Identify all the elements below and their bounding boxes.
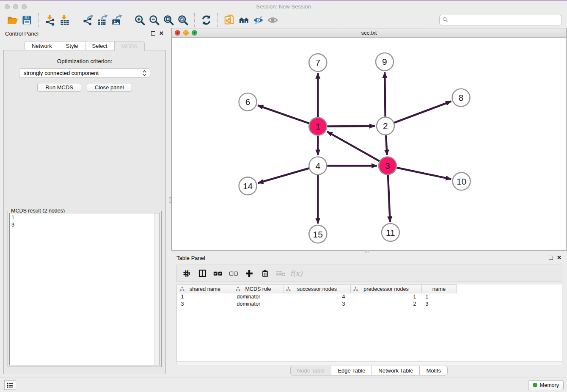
table-cell[interactable]: 1: [422, 293, 457, 301]
tab-edge-table[interactable]: Edge Table: [331, 366, 372, 375]
table-cell[interactable]: 3: [422, 301, 457, 308]
table-cell[interactable]: dominator: [233, 301, 284, 308]
tab-network-table[interactable]: Network Table: [372, 366, 420, 375]
table-row[interactable]: 3dominator323: [177, 301, 457, 308]
graph-node-label: 2: [383, 121, 388, 131]
network-canvas[interactable]: 7968124314101511: [172, 38, 566, 250]
zoom-selected-button[interactable]: [176, 13, 190, 27]
eye-icon: [267, 14, 278, 26]
show-column-button[interactable]: [196, 268, 208, 279]
table-cell[interactable]: 1: [351, 293, 422, 301]
import-table-button[interactable]: [57, 13, 72, 27]
zoom-out-button[interactable]: [147, 13, 161, 27]
graph-node[interactable]: 2: [377, 117, 394, 135]
show-details-button[interactable]: [265, 13, 280, 27]
float-panel-icon[interactable]: [151, 31, 155, 36]
table-cell[interactable]: 4: [284, 293, 351, 301]
column-header-mcds-role[interactable]: MCDS role: [233, 285, 284, 293]
mcds-result-text[interactable]: 1 3: [9, 213, 160, 365]
deselect-all-button[interactable]: [228, 268, 239, 279]
close-table-panel-icon[interactable]: ✕: [557, 256, 561, 260]
column-header-successor-nodes[interactable]: successor nodes: [284, 285, 351, 293]
zoom-fit-icon: [163, 14, 174, 26]
graph-node[interactable]: 10: [453, 172, 471, 190]
graph-node[interactable]: 14: [239, 177, 257, 195]
delete-column-button[interactable]: [259, 268, 271, 279]
graph-edge[interactable]: [394, 101, 451, 122]
zoom-in-button[interactable]: [132, 13, 147, 27]
select-all-button[interactable]: [212, 268, 224, 279]
table-cell[interactable]: 2: [351, 301, 422, 308]
network-window-titlebar[interactable]: x – + scc.txt: [172, 28, 566, 38]
table-row[interactable]: 1dominator411: [177, 293, 457, 301]
result-scrollbar[interactable]: [154, 213, 160, 365]
graph-edge[interactable]: [258, 168, 309, 183]
graph-node[interactable]: 11: [382, 224, 399, 241]
run-mcds-button[interactable]: Run MCDS: [37, 83, 81, 92]
graph-edge[interactable]: [327, 126, 375, 127]
optimization-criterion-label: Optimization criterion:: [4, 58, 165, 64]
clone-network-button[interactable]: [222, 13, 237, 27]
graph-node[interactable]: 7: [309, 54, 327, 72]
table-cell[interactable]: 1: [177, 293, 233, 301]
graph-node[interactable]: 15: [309, 225, 327, 243]
table-horizontal-scrollbar[interactable]: [176, 362, 562, 365]
graph-edge[interactable]: [258, 105, 309, 123]
columns-icon: [198, 269, 207, 278]
export-table-button[interactable]: [95, 13, 109, 27]
table-cell[interactable]: 3: [177, 301, 233, 308]
create-column-button[interactable]: [243, 268, 255, 279]
hide-details-button[interactable]: [251, 13, 265, 27]
table-cell[interactable]: 3: [284, 301, 351, 308]
column-header-name[interactable]: name: [422, 285, 457, 293]
task-history-button[interactable]: [4, 380, 16, 390]
save-session-button[interactable]: [19, 13, 34, 27]
graph-node[interactable]: 6: [239, 93, 257, 111]
open-session-button[interactable]: [5, 13, 19, 27]
float-table-panel-icon[interactable]: [549, 256, 553, 260]
tab-motifs[interactable]: Motifs: [419, 366, 448, 375]
graph-edge[interactable]: [385, 72, 385, 117]
export-network-button[interactable]: [80, 13, 95, 27]
graph-node-label: 6: [245, 97, 250, 107]
tab-mcds[interactable]: MCDS: [114, 41, 145, 51]
tab-select[interactable]: Select: [85, 41, 115, 50]
column-header-predecessor-nodes[interactable]: predecessor nodes: [351, 285, 422, 293]
graph-node[interactable]: 4: [309, 157, 327, 174]
toolbar-separator: [194, 13, 195, 27]
graph-edge[interactable]: [327, 132, 380, 161]
export-image-button[interactable]: [109, 13, 124, 27]
tab-style[interactable]: Style: [59, 41, 85, 50]
graph-node[interactable]: 1: [309, 118, 327, 135]
vertical-splitter-handle[interactable]: [169, 197, 171, 203]
zoom-fit-button[interactable]: [161, 13, 176, 27]
apply-layout-button[interactable]: [199, 13, 213, 27]
first-neighbors-button[interactable]: [237, 13, 251, 27]
graph-edge[interactable]: [386, 135, 387, 155]
table-options-button[interactable]: [181, 268, 193, 279]
import-network-icon: [44, 14, 56, 26]
tab-node-table[interactable]: Node Table: [290, 366, 332, 375]
close-panel-icon[interactable]: ✕: [159, 31, 164, 36]
horizontal-splitter-handle[interactable]: [365, 250, 369, 253]
checked-boxes-icon: [213, 271, 223, 276]
column-header-shared-name[interactable]: shared name: [177, 285, 233, 293]
graph-node[interactable]: 3: [379, 157, 396, 174]
criterion-select[interactable]: strongly connected component: [19, 68, 150, 77]
tab-network[interactable]: Network: [25, 41, 59, 50]
memory-button[interactable]: Memory: [528, 380, 564, 390]
table-cell[interactable]: dominator: [233, 293, 284, 301]
graph-node[interactable]: 8: [452, 89, 470, 107]
close-panel-button[interactable]: Close panel: [87, 83, 132, 92]
application-window: Session: New Session: [0, 0, 567, 392]
graph-node[interactable]: 9: [376, 53, 394, 71]
memory-status-dot: [533, 383, 537, 387]
graph-edge[interactable]: [388, 175, 390, 222]
toolbar-separator: [217, 13, 218, 27]
search-input[interactable]: [439, 15, 562, 25]
trash-icon: [261, 269, 269, 278]
graph-edge[interactable]: [396, 168, 451, 179]
hierarchy-icon: [353, 287, 358, 291]
network-graph: 7968124314101511: [172, 38, 566, 250]
import-network-button[interactable]: [43, 13, 57, 27]
